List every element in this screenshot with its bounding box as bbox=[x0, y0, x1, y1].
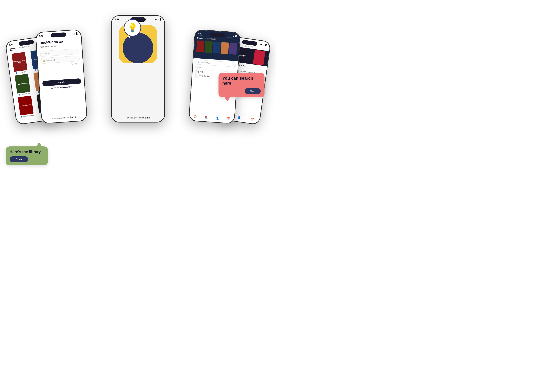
book-cover-lotr: Lord of the Rings bbox=[15, 74, 30, 94]
nav-calendar-icon-right[interactable]: 📅 bbox=[251, 117, 255, 122]
search-bg-header: Books Audiobooks bbox=[193, 35, 240, 61]
onboarding-signin-footer: Have an account? Sign in bbox=[112, 117, 164, 119]
password-field[interactable]: 🔒 Password bbox=[41, 56, 80, 64]
status-icons-center-left: ▪▪▪▲▊ bbox=[71, 32, 78, 35]
list-item[interactable]: Lord of the Rings 👤 J.R.R Tolkien bbox=[13, 73, 33, 96]
nav-user-icon-right[interactable]: 👤 bbox=[237, 115, 241, 120]
result-icon-1 bbox=[196, 66, 198, 69]
done-button[interactable]: Done bbox=[10, 156, 28, 162]
book-covers-row bbox=[196, 40, 237, 55]
search-bubble: You can search here Next bbox=[218, 73, 264, 97]
lightbulb-emoji: 💡 bbox=[127, 23, 138, 33]
tab-audiobooks-search[interactable]: Audiobooks bbox=[205, 37, 216, 40]
login-form: BookWorm ap Find more to read! ✉ Email 🔒… bbox=[36, 35, 85, 93]
nav-calendar-icon[interactable]: 📅 bbox=[226, 117, 231, 121]
search-icon: 🔍 bbox=[198, 61, 200, 63]
result-icon-2 bbox=[195, 70, 198, 73]
email-field[interactable]: ✉ Email bbox=[40, 49, 79, 57]
hero-bg bbox=[123, 33, 153, 63]
book-cover-handmaid: The Handmaid's Tale bbox=[18, 96, 34, 115]
book-cover-detail bbox=[253, 50, 265, 65]
result-icon-3 bbox=[195, 74, 197, 77]
library-bubble-text: Here's the library bbox=[10, 149, 44, 154]
mini-book-3 bbox=[212, 42, 221, 54]
lock-icon: 🔒 bbox=[43, 60, 45, 62]
nav-library-icon[interactable]: 📚 bbox=[204, 115, 208, 119]
lightbulb-bubble: 💡 bbox=[124, 19, 141, 36]
status-icons-center: ▪▪▪▲▊ bbox=[154, 18, 161, 21]
time-search: 9:41 bbox=[198, 32, 203, 35]
mini-book-4 bbox=[221, 42, 229, 54]
signin-link[interactable]: Sign in bbox=[143, 117, 151, 119]
list-item[interactable]: The Handmaid's Tale 👤 Margaret Atwood bbox=[16, 95, 36, 118]
mini-book-2 bbox=[204, 41, 212, 53]
library-bubble: Here's the library Done bbox=[6, 147, 48, 165]
list-item[interactable]: The Catcher in the Rye 👤 J.D. Salinger bbox=[10, 52, 30, 74]
tab-books[interactable]: Books bbox=[9, 47, 16, 51]
tab-books-search[interactable]: Books bbox=[197, 37, 203, 39]
bottom-nav-search: 🏠 📚 👤 📅 bbox=[189, 112, 234, 123]
nav-user-icon[interactable]: 👤 bbox=[215, 116, 219, 120]
status-icons-right: ▪▪▪▲▊ bbox=[260, 43, 267, 46]
time-center: 9:41 bbox=[115, 18, 119, 21]
mini-book-1 bbox=[196, 40, 204, 52]
status-icons-search: ▪▪▪▲▊ bbox=[230, 35, 237, 37]
mini-book-5 bbox=[229, 43, 237, 55]
signin-footer: Have an account? Sign in bbox=[42, 115, 87, 120]
search-bubble-text: You can search here bbox=[222, 76, 261, 86]
time-center-left: 9:41 bbox=[39, 35, 44, 37]
nav-home-icon[interactable]: 🏠 bbox=[193, 114, 197, 119]
book-cover-catcher: The Catcher in the Rye bbox=[12, 52, 27, 72]
time-left: 9:41 bbox=[9, 43, 13, 46]
main-scene: 9:41 ▪▪▪▲▊ Books Audiobooks The Catcher … bbox=[0, 0, 276, 196]
next-button[interactable]: Next bbox=[245, 88, 261, 94]
email-icon: ✉ bbox=[42, 53, 44, 55]
phone-login: 9:41 ▪▪▪▲▊ BookWorm ap Find more to read… bbox=[35, 29, 87, 124]
